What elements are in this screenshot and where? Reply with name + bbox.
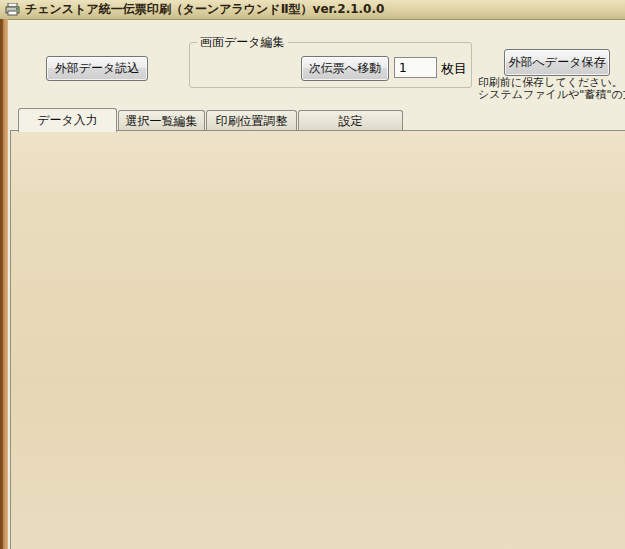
- tab-selection-list-edit[interactable]: 選択一覧編集: [118, 110, 205, 132]
- load-external-data-button[interactable]: 外部データ読込: [46, 56, 148, 81]
- slip-form-page: [10, 130, 625, 549]
- window-title: チェンストア統一伝票印刷（ターンアラウンドⅡ型）ver.2.1.0.0: [25, 1, 384, 18]
- app-window: { "window": { "title": "チェンストア統一伝票印刷（ターン…: [0, 0, 625, 549]
- save-external-data-button[interactable]: 外部へデータ保存: [504, 49, 610, 76]
- page-suffix-label: 枚目: [441, 60, 467, 78]
- next-slip-button[interactable]: 次伝票へ移動: [301, 56, 389, 81]
- tab-settings[interactable]: 設定: [298, 110, 403, 132]
- tab-print-position-adjust[interactable]: 印刷位置調整: [206, 110, 297, 132]
- printer-icon: [5, 3, 20, 16]
- title-bar: チェンストア統一伝票印刷（ターンアラウンドⅡ型）ver.2.1.0.0: [0, 0, 625, 20]
- save-warning-line2: システムファイルや"蓄積"の文字を: [478, 87, 625, 102]
- screen-data-edit-group-label: 画面データ編集: [197, 34, 288, 51]
- page-number-input[interactable]: [394, 57, 437, 78]
- tab-data-entry[interactable]: データ入力: [18, 108, 117, 132]
